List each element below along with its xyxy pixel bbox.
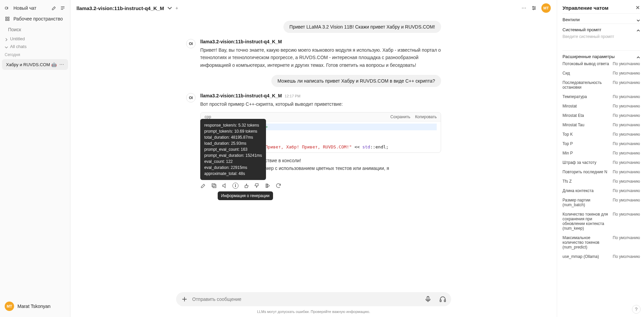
user-message-text: Можешь ли написать привет Хабру и RUVDS.…	[277, 78, 435, 84]
param-row[interactable]: Min PПо умолчанию	[562, 148, 640, 158]
user-footer[interactable]: MT Marat Tskonyan	[0, 298, 70, 314]
assistant-text: Привет! Вау, вы точно знаете, какую верс…	[200, 46, 441, 69]
sidebar-item-label: All chats	[10, 44, 26, 49]
param-label: Последовательность остановки	[562, 80, 609, 90]
param-row[interactable]: Штраф за частотуПо умолчанию	[562, 158, 640, 167]
param-value: По умолчанию	[613, 94, 640, 99]
regenerate-icon[interactable]	[275, 183, 281, 189]
assistant-name: llama3.2-vision:11b-instruct-q4_K_M	[200, 93, 282, 98]
param-value: По умолчанию	[613, 113, 640, 118]
param-value: По умолчанию	[613, 123, 640, 127]
search-input[interactable]	[8, 27, 67, 32]
edit-icon[interactable]	[51, 5, 57, 11]
headphones-icon[interactable]	[439, 296, 446, 303]
param-row[interactable]: Максимальное количество токенов (num_pre…	[562, 233, 640, 252]
new-chat-row[interactable]: Новый чат	[0, 3, 70, 13]
param-row[interactable]: use_mmap (Ollama)По умолчанию	[562, 252, 640, 261]
param-row[interactable]: Top KПо умолчанию	[562, 130, 640, 139]
message-input[interactable]	[192, 297, 420, 302]
param-label: Температура	[562, 94, 609, 99]
code-save-button[interactable]: Сохранить	[390, 115, 411, 119]
grid-icon	[5, 16, 10, 21]
app-logo-icon	[5, 5, 10, 11]
param-row[interactable]: Mirostat TauПо умолчанию	[562, 120, 640, 130]
collapse-sidebar-icon[interactable]	[60, 5, 65, 11]
chat-list-item[interactable]: Xaбрy и RUVDS.COM 🤖 ⋯	[2, 59, 68, 70]
add-model-button[interactable]: +	[175, 5, 178, 11]
system-prompt-placeholder[interactable]: Введите системный промпт	[562, 32, 640, 42]
thumbs-down-icon[interactable]	[254, 183, 260, 189]
param-row[interactable]: Mirostat EtaПо умолчанию	[562, 111, 640, 120]
sidebar-item-untitled[interactable]: Untitled	[0, 35, 70, 43]
svg-rect-13	[235, 185, 235, 187]
param-label: Min P	[562, 151, 609, 155]
param-row[interactable]: Tfs ZПо умолчанию	[562, 177, 640, 186]
section-valves[interactable]: Вентили	[562, 17, 640, 22]
param-row[interactable]: MirostatПо умолчанию	[562, 101, 640, 111]
close-icon[interactable]: ✕	[636, 5, 640, 11]
section-advanced[interactable]: Расширенные параметры	[562, 54, 640, 59]
more-icon[interactable]: ⋯	[521, 5, 527, 11]
param-value: По умолчанию	[613, 80, 640, 85]
param-row[interactable]: СидПо умолчанию	[562, 69, 640, 78]
help-button[interactable]: ?	[632, 305, 641, 314]
param-row[interactable]: Потоковый вывод ответаПо умолчанию	[562, 59, 640, 69]
chevron-down-icon	[637, 18, 640, 21]
param-label: Mirostat Tau	[562, 123, 609, 127]
workspace-row[interactable]: Рабочее пространство	[0, 13, 70, 24]
svg-rect-5	[8, 19, 9, 20]
right-panel-title: Управление чатом	[562, 5, 608, 11]
attach-button[interactable]	[181, 296, 188, 303]
info-icon[interactable]	[232, 183, 238, 189]
param-value: По умолчанию	[613, 170, 640, 174]
param-row[interactable]: Top PПо умолчанию	[562, 139, 640, 148]
param-row[interactable]: ТемператураПо умолчанию	[562, 92, 640, 101]
param-value: По умолчанию	[613, 132, 640, 137]
mic-icon[interactable]	[424, 296, 432, 303]
param-row[interactable]: Последовательность остановкиПо умолчанию	[562, 78, 640, 92]
svg-rect-4	[6, 19, 7, 20]
param-row[interactable]: Повторить последние NПо умолчанию	[562, 167, 640, 177]
param-value: По умолчанию	[613, 160, 640, 165]
model-title[interactable]: llama3.2-vision:11b-instruct-q4_K_M	[76, 5, 164, 11]
copy-icon[interactable]	[211, 183, 217, 189]
svg-point-9	[533, 9, 534, 10]
user-name: Marat Tskonyan	[17, 304, 51, 309]
thumbs-up-icon[interactable]	[243, 183, 249, 189]
param-row[interactable]: Размер партии (num_batch)По умолчанию	[562, 195, 640, 210]
chevron-down-icon	[5, 45, 8, 48]
sidebar-item-all-chats[interactable]: All chats	[0, 43, 70, 50]
sidebar: Новый чат Рабочее пространство Untitled …	[0, 0, 70, 317]
param-label: Mirostat Eta	[562, 113, 609, 118]
assistant-text: Вот простой пример С++-скрипта, который …	[200, 100, 441, 108]
param-value: По умолчанию	[613, 188, 640, 193]
svg-point-0	[5, 7, 7, 9]
speak-icon[interactable]	[222, 183, 228, 189]
avatar[interactable]: MT	[541, 3, 551, 13]
chevron-down-icon[interactable]	[167, 6, 172, 10]
param-value: По умолчанию	[613, 212, 640, 217]
continue-icon[interactable]	[265, 183, 271, 189]
code-copy-button[interactable]: Копировать	[415, 115, 437, 119]
svg-point-7	[533, 6, 534, 7]
assistant-avatar: OI	[186, 39, 196, 48]
section-today-label: Сегодня	[0, 50, 70, 59]
topbar: llama3.2-vision:11b-instruct-q4_K_M + ⋯ …	[70, 0, 557, 16]
section-system-prompt[interactable]: Системный промпт	[562, 27, 640, 32]
svg-point-12	[235, 184, 236, 185]
param-label: Потоковый вывод ответа	[562, 61, 609, 66]
settings-icon[interactable]	[531, 5, 537, 11]
svg-rect-17	[444, 300, 446, 302]
svg-point-8	[534, 8, 535, 9]
param-row[interactable]: Длина контекстаПо умолчанию	[562, 186, 640, 195]
svg-rect-11	[212, 184, 215, 187]
search-row	[0, 24, 70, 35]
param-label: Размер партии (num_batch)	[562, 198, 609, 207]
param-row[interactable]: Количество токенов для сохранения при об…	[562, 210, 640, 233]
chevron-up-icon	[637, 55, 640, 58]
code-language: cpp	[205, 115, 211, 119]
param-value: По умолчанию	[613, 61, 640, 66]
param-label: Top K	[562, 132, 609, 137]
more-icon[interactable]: ⋯	[59, 62, 64, 67]
edit-icon[interactable]	[200, 183, 206, 189]
